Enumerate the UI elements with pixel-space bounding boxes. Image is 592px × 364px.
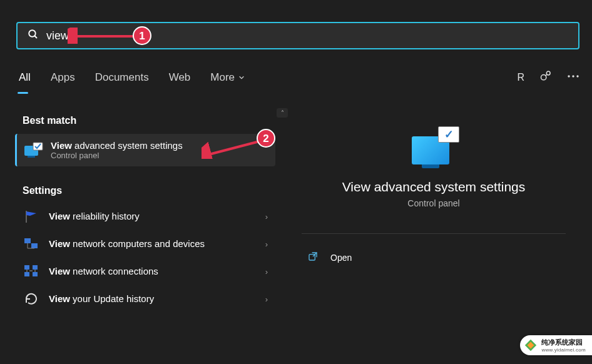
- update-history-icon: [23, 291, 40, 306]
- svg-rect-13: [24, 238, 31, 243]
- watermark: 纯净系统家园 www.yidaimei.com: [520, 335, 592, 355]
- network-connections-icon: [23, 264, 40, 279]
- settings-item-network-connections[interactable]: View network connections ›: [13, 258, 275, 285]
- svg-rect-17: [24, 265, 29, 270]
- watermark-line2: www.yidaimei.com: [541, 347, 586, 353]
- svg-point-7: [572, 75, 574, 77]
- settings-item-reliability[interactable]: View reliability history ›: [13, 203, 275, 230]
- filter-tabs: All Apps Documents Web More R: [18, 68, 579, 88]
- svg-rect-19: [24, 272, 29, 276]
- svg-rect-14: [31, 243, 38, 248]
- svg-line-1: [34, 36, 37, 38]
- tab-more[interactable]: More: [209, 68, 246, 88]
- watermark-line1: 纯净系统家园: [541, 338, 586, 347]
- tab-more-label: More: [210, 71, 235, 84]
- best-match-sub: Control panel: [51, 151, 183, 160]
- annotation-arrow-1: [68, 28, 143, 44]
- annotation-badge-1: 1: [133, 26, 151, 45]
- open-label: Open: [330, 253, 352, 263]
- annotation-badge-2: 2: [257, 129, 275, 148]
- settings-section-label: Settings: [13, 176, 275, 203]
- chevron-right-icon: ›: [265, 295, 268, 304]
- user-letter[interactable]: R: [517, 72, 524, 83]
- settings-item-network-computers[interactable]: View network computers and devices ›: [13, 230, 275, 258]
- chevron-right-icon: ›: [265, 212, 268, 221]
- chevron-right-icon: ›: [265, 267, 268, 276]
- best-match-text: View advanced system settings Control pa…: [51, 140, 183, 160]
- detail-title: View advanced system settings: [298, 179, 569, 195]
- open-icon: [308, 251, 318, 263]
- tab-all[interactable]: All: [18, 68, 32, 88]
- settings-item-update-history[interactable]: View your Update history ›: [13, 285, 275, 313]
- svg-point-8: [576, 75, 578, 77]
- tab-apps[interactable]: Apps: [49, 68, 76, 88]
- network-computers-icon: [23, 236, 40, 251]
- svg-point-0: [29, 30, 36, 37]
- chevron-down-icon: [238, 74, 245, 81]
- settings-icon[interactable]: [539, 70, 552, 85]
- svg-point-4: [546, 71, 550, 75]
- more-icon[interactable]: [567, 71, 579, 84]
- chevron-right-icon: ›: [265, 240, 268, 249]
- svg-point-6: [568, 75, 569, 77]
- svg-rect-20: [33, 272, 38, 276]
- svg-rect-10: [28, 156, 35, 158]
- system-settings-icon: [24, 142, 43, 158]
- divider: [302, 233, 566, 234]
- tab-documents[interactable]: Documents: [94, 68, 150, 88]
- best-match-bold: View: [51, 140, 72, 151]
- scroll-up-hint[interactable]: ˄: [13, 106, 288, 118]
- watermark-logo-icon: [524, 338, 538, 352]
- detail-subtitle: Control panel: [298, 198, 569, 208]
- best-match-rest: advanced system settings: [72, 140, 183, 151]
- detail-panel: ✓ View advanced system settings Control …: [288, 106, 579, 281]
- detail-icon: ✓: [412, 128, 456, 168]
- top-right-actions: R: [517, 70, 579, 85]
- svg-rect-18: [33, 265, 38, 270]
- svg-line-24: [207, 140, 264, 155]
- tab-web[interactable]: Web: [168, 68, 192, 88]
- flag-icon: [23, 209, 40, 224]
- open-action[interactable]: Open: [298, 246, 569, 268]
- search-icon: [28, 29, 39, 43]
